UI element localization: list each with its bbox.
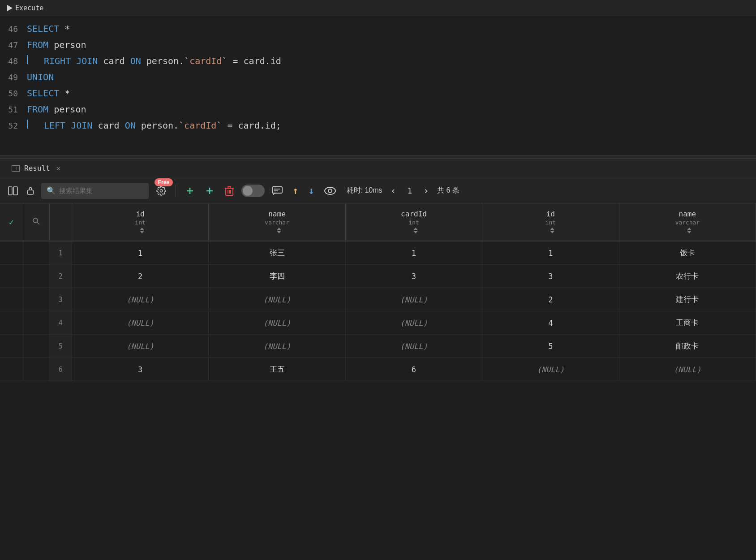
comment-button[interactable] [269, 185, 285, 197]
line-number-52: 52 [0, 118, 27, 134]
keyword-left-join: LEFT JOIN [44, 117, 92, 134]
code-star: * [59, 21, 70, 37]
svg-point-17 [328, 189, 332, 193]
row-search [23, 358, 49, 381]
tab-close-button[interactable]: ✕ [56, 164, 61, 172]
code-line-50: 50 SELECT * [0, 85, 756, 101]
table-row: 5(NULL)(NULL)(NULL)5邮政卡 [0, 335, 756, 358]
delete-row-button[interactable] [222, 184, 237, 198]
table-cell: 王五 [209, 358, 345, 381]
visibility-button[interactable] [322, 185, 339, 197]
row-checkbox[interactable] [0, 358, 23, 381]
row-number: 6 [49, 358, 72, 381]
result-panel: Result ✕ 🔍 [0, 159, 756, 381]
add-column-button[interactable] [202, 184, 217, 198]
code-person-51: person [48, 101, 86, 117]
row-number: 1 [49, 241, 72, 265]
play-icon [7, 5, 13, 11]
code-line-49: 49 UNION [0, 69, 756, 85]
code-content-48: RIGHT JOIN card ON person.`cardId` = car… [27, 53, 281, 69]
scroll-up-button[interactable]: ↑ [290, 183, 301, 198]
svg-line-19 [37, 222, 39, 224]
table-cell: (NULL) [345, 288, 482, 311]
row-number: 4 [49, 311, 72, 335]
svg-rect-13 [272, 187, 282, 193]
table-cell: 4 [482, 311, 619, 335]
code-content-49: UNION [27, 69, 54, 85]
row-number: 3 [49, 288, 72, 311]
row-checkbox[interactable] [0, 311, 23, 335]
sort-arrows-id2 [550, 228, 554, 233]
page-prev-button[interactable]: ‹ [387, 183, 400, 198]
table-row: 63王五6(NULL)(NULL) [0, 358, 756, 381]
result-table-wrap: ✓ id int [0, 203, 756, 381]
sort-arrows-name2 [687, 228, 692, 233]
row-checkbox[interactable] [0, 265, 23, 288]
page-next-button[interactable]: › [420, 183, 433, 198]
col-check-header: ✓ [0, 203, 23, 241]
code-person: person [48, 37, 86, 53]
table-cell: (NULL) [72, 335, 208, 358]
toolbar: 🔍 Free [0, 178, 756, 203]
separator-1 [176, 185, 176, 197]
add-row-button[interactable] [182, 184, 198, 198]
scroll-down-button[interactable]: ↓ [305, 183, 317, 198]
panel-divider [0, 155, 756, 159]
col-id-2-header[interactable]: id int [482, 203, 619, 241]
result-tab[interactable]: Result ✕ [5, 161, 67, 175]
row-search [23, 335, 49, 358]
code-join-condition-48: person.`cardId` = card.id [141, 53, 281, 69]
code-line-51: 51 FROM person [0, 101, 756, 117]
table-cell: 饭卡 [619, 241, 756, 265]
table-cell: (NULL) [619, 358, 756, 381]
col-name-1-header[interactable]: name varchar [209, 203, 345, 241]
table-cell: 农行卡 [619, 265, 756, 288]
table-cell: 1 [72, 241, 208, 265]
row-checkbox[interactable] [0, 241, 23, 265]
keyword-select-50: SELECT [27, 85, 59, 101]
execute-label: Execute [15, 4, 43, 12]
table-cell: 张三 [209, 241, 345, 265]
table-cell: 5 [482, 335, 619, 358]
table-cell: (NULL) [345, 335, 482, 358]
table-cell: (NULL) [345, 311, 482, 335]
table-cell: 3 [345, 265, 482, 288]
col-name-2-header[interactable]: name varchar [619, 203, 756, 241]
svg-rect-0 [9, 187, 12, 195]
lock-icon[interactable] [24, 185, 37, 197]
code-line-52: 52 LEFT JOIN card ON person.`cardId` = c… [0, 117, 756, 134]
table-row: 11张三11饭卡 [0, 241, 756, 265]
search-box[interactable]: 🔍 [41, 183, 149, 199]
table-row: 22李四33农行卡 [0, 265, 756, 288]
table-cell: 邮政卡 [619, 335, 756, 358]
table-cell: (NULL) [209, 311, 345, 335]
line-number-48: 48 [0, 53, 27, 69]
execute-button[interactable]: Execute [7, 4, 43, 12]
col-search-header [23, 203, 49, 241]
code-line-47: 47 FROM person [0, 37, 756, 53]
layout-icon[interactable] [6, 185, 20, 197]
col-id-1-header[interactable]: id int [72, 203, 208, 241]
row-checkbox[interactable] [0, 288, 23, 311]
col-cardid-header[interactable]: cardId int [345, 203, 482, 241]
settings-button[interactable]: Free [153, 183, 169, 199]
table-cell: 1 [345, 241, 482, 265]
code-line-46: 46 SELECT * [0, 21, 756, 37]
result-table: ✓ id int [0, 203, 756, 381]
keyword-on-52: ON [125, 117, 136, 134]
keyword-on-48: ON [130, 53, 141, 69]
row-search [23, 288, 49, 311]
row-search [23, 241, 49, 265]
svg-rect-1 [13, 187, 17, 195]
total-records: 共 6 条 [437, 186, 460, 195]
keyword-from-51: FROM [27, 101, 48, 117]
result-tab-bar: Result ✕ [0, 159, 756, 178]
code-content-47: FROM person [27, 37, 86, 53]
search-input[interactable] [59, 187, 143, 194]
timing-label: 耗时: 10ms [347, 186, 382, 195]
toggle-switch[interactable] [241, 185, 265, 197]
select-all-check[interactable]: ✓ [9, 217, 14, 227]
code-editor: 46 SELECT * 47 FROM person 48 RIGHT JOIN… [0, 16, 756, 155]
row-checkbox[interactable] [0, 335, 23, 358]
table-cell: 3 [72, 358, 208, 381]
